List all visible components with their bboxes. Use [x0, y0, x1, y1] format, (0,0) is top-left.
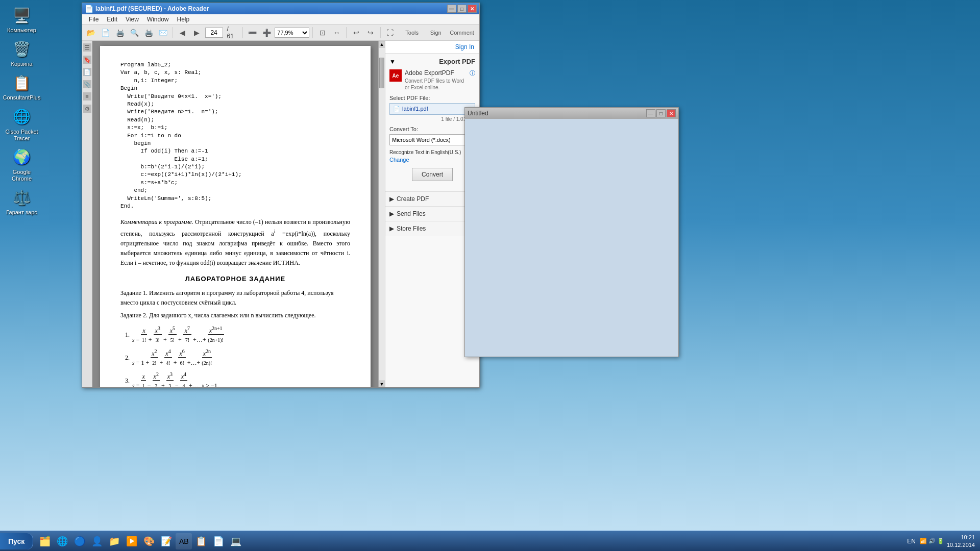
desktop-icons: 🖥️ Компьютер 🗑️ Корзина 📋 ConsultantPlus… — [3, 5, 41, 216]
toolbar-zoom-in[interactable]: ➕ — [260, 26, 273, 39]
taskbar-explorer[interactable]: 🗂️ — [37, 533, 53, 549]
window2-title: Untitled — [468, 110, 488, 117]
toolbar-fit-width[interactable]: ↔ — [330, 26, 343, 39]
tray-battery-icon: 🔋 — [937, 538, 944, 544]
sidebar-layers[interactable]: ≡ — [83, 92, 91, 101]
pdf-page: Program lab5_2; Var a, b, c, x, s: Real;… — [100, 46, 371, 387]
tray-sound-icon: 🔊 — [928, 538, 936, 544]
task2-label: Задание 2. Для заданного x, числа слагае… — [120, 312, 315, 319]
window-icon: 📄 — [85, 5, 93, 13]
comment-body: Отрицательное число (–1) нельзя возвести… — [120, 218, 350, 266]
tray-lang: EN — [907, 538, 916, 545]
computer-desktop-icon[interactable]: 🖥️ Компьютер — [3, 5, 41, 34]
taskbar-word-tools[interactable]: AB — [176, 533, 192, 549]
change-link[interactable]: Change — [389, 157, 475, 163]
taskbar-files[interactable]: 📁 — [106, 533, 122, 549]
window2-close[interactable]: ✕ — [667, 109, 676, 117]
toolbar-print[interactable]: 🖨️ — [142, 26, 155, 39]
export-header: ▼ Export PDF — [389, 58, 475, 65]
close-button[interactable]: ✕ — [468, 5, 477, 13]
taskbar-pdf[interactable]: 📄 — [210, 533, 227, 549]
toolbar-save-pdf[interactable]: 📄 — [99, 26, 112, 39]
math-row-2: 2. s = 1 + x22! + x44! + x66! +…+ x2n(2n… — [120, 347, 350, 367]
menu-file[interactable]: File — [85, 15, 103, 24]
sidebar-tools2[interactable]: ⚙ — [83, 105, 91, 113]
left-sidebar: ☰ 🔖 📄 📎 ≡ ⚙ — [82, 41, 92, 387]
start-button[interactable]: Пуск — [0, 533, 33, 549]
toolbar-zoom-out[interactable]: ➖ — [246, 26, 259, 39]
toolbar-undo[interactable]: ↩ — [350, 26, 362, 39]
time-value: 10:21 — [947, 534, 975, 541]
toolbar-separator-1 — [173, 27, 173, 38]
section-heading: ЛАБОРАТОРНОЕ ЗАДАНИЕ — [120, 274, 350, 284]
sidebar-hand-tool[interactable]: ☰ — [83, 43, 91, 52]
garant-desktop-icon[interactable]: ⚖️ Гарант зарс — [3, 187, 41, 216]
menu-window[interactable]: Window — [143, 15, 173, 24]
toolbar-fullscreen[interactable]: ⛶ — [384, 26, 397, 39]
code-block: Program lab5_2; Var a, b, c, x, s: Real;… — [120, 61, 350, 210]
maximize-button[interactable]: □ — [457, 5, 467, 13]
taskbar-user[interactable]: 👤 — [89, 533, 105, 549]
toolbar-redo[interactable]: ↪ — [364, 26, 377, 39]
cisco-icon-label: Cisco Packet Tracer — [3, 129, 41, 142]
menu-edit[interactable]: Edit — [103, 15, 121, 24]
cisco-desktop-icon[interactable]: 🌐 Cisco Packet Tracer — [3, 107, 41, 142]
sign-in-link[interactable]: Sign In — [455, 43, 474, 51]
scroll-thumb[interactable] — [379, 58, 384, 88]
toolbar-email[interactable]: ✉️ — [157, 26, 169, 39]
toolbar-open[interactable]: 📂 — [85, 26, 97, 39]
window2-maximize[interactable]: □ — [656, 109, 666, 117]
taskbar-monitor[interactable]: 💻 — [228, 533, 244, 549]
math-row-1: 1. s = x1! + x33! + x55! + x77! +…+ x2n+… — [120, 324, 350, 344]
scroll-track[interactable] — [379, 47, 385, 381]
trash-desktop-icon[interactable]: 🗑️ Корзина — [3, 39, 41, 67]
minimize-button[interactable]: — — [447, 5, 456, 13]
create-pdf-arrow: ▶ — [389, 195, 394, 203]
vertical-scrollbar[interactable]: ▲ ▼ — [378, 41, 385, 387]
task1-text: Задание 1. Изменить алгоритм и программу… — [120, 288, 350, 308]
taskbar-tray: EN 📶 🔊 🔋 10:21 10.12.2014 — [902, 534, 980, 548]
pdf-viewer[interactable]: Program lab5_2; Var a, b, c, x, s: Real;… — [92, 41, 378, 387]
consultant-icon-label: ConsultantPlus — [3, 94, 41, 101]
adobe-info-icon[interactable]: ⓘ — [470, 69, 475, 77]
menu-view[interactable]: View — [121, 15, 143, 24]
chrome-desktop-icon[interactable]: 🌍 Google Chrome — [3, 147, 41, 182]
content-area: ☰ 🔖 📄 📎 ≡ ⚙ Program lab5_2; Var a, b, c,… — [82, 41, 479, 387]
taskbar-chrome[interactable]: 🔵 — [71, 533, 88, 549]
trash-icon: 🗑️ — [12, 39, 32, 59]
page-number-input[interactable] — [205, 28, 223, 38]
export-title: Export PDF — [439, 58, 475, 65]
taskbar-media[interactable]: ▶️ — [124, 533, 140, 549]
taskbar-ie[interactable]: 🌐 — [54, 533, 70, 549]
sidebar-bookmark[interactable]: 🔖 — [83, 56, 91, 64]
formula-2: s = 1 + x22! + x44! + x66! +…+ x2n(2n)! — [132, 347, 212, 367]
scroll-up-arrow[interactable]: ▲ — [379, 41, 385, 47]
toolbar-print-preview[interactable]: 🖨️ — [113, 26, 126, 39]
adobe-export-name: Adobe ExportPDF — [405, 69, 470, 78]
toolbar-find[interactable]: 🔍 — [128, 26, 141, 39]
taskbar-word[interactable]: 📋 — [193, 533, 209, 549]
computer-icon: 🖥️ — [12, 5, 32, 26]
toolbar-comment-tab[interactable]: Comment — [447, 26, 477, 39]
convert-to-label: Convert To: — [389, 126, 475, 132]
window-controls: — □ ✕ — [447, 5, 477, 13]
convert-to-select[interactable]: Microsoft Word (*.docx) Microsoft Excel … — [389, 134, 475, 145]
taskbar-paint[interactable]: 🎨 — [141, 533, 157, 549]
zoom-select[interactable]: 77,9% 50% 100% 150% — [275, 28, 309, 38]
convert-button[interactable]: Convert — [412, 168, 453, 181]
menu-help[interactable]: Help — [173, 15, 194, 24]
toolbar-next-page[interactable]: ▶ — [190, 26, 203, 39]
toolbar-prev-page[interactable]: ◀ — [176, 26, 189, 39]
scroll-down-arrow[interactable]: ▼ — [379, 381, 385, 387]
file-size: 1 file / 1.01 MB — [389, 116, 475, 122]
consultant-desktop-icon[interactable]: 📋 ConsultantPlus — [3, 72, 41, 101]
sidebar-attachments[interactable]: 📎 — [83, 80, 91, 88]
toolbar-fit-page[interactable]: ⊡ — [316, 26, 329, 39]
taskbar-vs[interactable]: 📝 — [158, 533, 175, 549]
pdf-file-row[interactable]: 📄 labinf1.pdf — [389, 103, 475, 115]
window-title: labinf1.pdf (SECURED) - Adobe Reader — [95, 5, 447, 12]
toolbar-tools-tab[interactable]: Tools — [400, 26, 424, 39]
toolbar-sign-tab[interactable]: Sign — [426, 26, 446, 39]
sidebar-pages[interactable]: 📄 — [83, 68, 91, 76]
window2-minimize[interactable]: — — [646, 109, 655, 117]
